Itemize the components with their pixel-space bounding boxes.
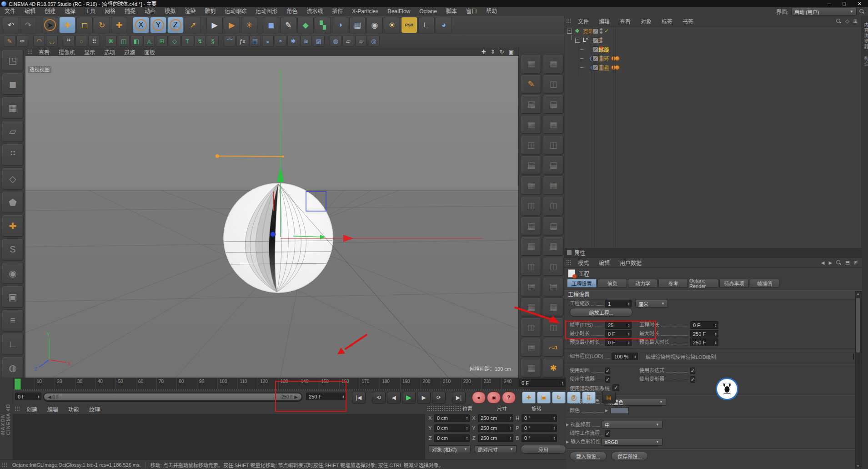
- quantize-icon[interactable]: ≡: [2, 309, 24, 332]
- cube-b-icon[interactable]: ▦: [521, 298, 542, 317]
- polygons-mode-icon[interactable]: ⬟: [2, 191, 24, 213]
- use-motion-system-checkbox[interactable]: ✓: [612, 384, 619, 391]
- layer-toggle-icon[interactable]: [592, 28, 598, 34]
- lock-x-axis-icon[interactable]: X: [133, 17, 149, 33]
- viewport-menu-选项[interactable]: 选项: [100, 48, 120, 56]
- display-mode-ball-icon[interactable]: ◕: [436, 17, 452, 33]
- unit-dropdown[interactable]: 厘米▼: [635, 300, 668, 308]
- view-label[interactable]: 透视视图: [27, 66, 52, 74]
- scatter-dots-icon[interactable]: ⠛: [63, 35, 75, 47]
- key-rotation-button[interactable]: ↻: [552, 392, 566, 403]
- plane-h-icon[interactable]: ▤: [543, 277, 564, 297]
- cube-a-icon[interactable]: ▦: [521, 176, 542, 195]
- project-length-field[interactable]: 0 F▲▼: [690, 321, 718, 329]
- visibility-dots-icon[interactable]: [600, 37, 602, 43]
- goto-start-button[interactable]: |◀: [352, 392, 366, 403]
- apply-button[interactable]: 应用: [521, 445, 566, 454]
- linear-workflow-checkbox[interactable]: ✓: [605, 430, 610, 437]
- load-preset-button[interactable]: 载入预设...: [570, 452, 607, 460]
- array-generator-icon[interactable]: ▚: [315, 17, 331, 33]
- fps-field[interactable]: 25▲▼: [605, 321, 632, 329]
- extra-tool-icon[interactable]: ◍: [2, 357, 24, 379]
- position-x-field[interactable]: 0 cm▲▼: [434, 414, 470, 422]
- plane-b-icon[interactable]: ◫: [543, 135, 564, 155]
- goto-end-button[interactable]: ▶|: [452, 392, 466, 403]
- object-row-disc[interactable]: ◍圆盘✓: [564, 63, 862, 72]
- correction-icon[interactable]: ▤: [249, 35, 261, 47]
- tab-帧插值[interactable]: 帧插值: [750, 279, 779, 287]
- record-keyframe-button[interactable]: ●: [472, 392, 486, 403]
- attr-menu-用户数据[interactable]: 用户数据: [615, 259, 647, 267]
- preview-max-field[interactable]: 250 F▲▼: [690, 338, 718, 346]
- materials-menu-功能[interactable]: 功能: [63, 405, 84, 413]
- fracture-icon[interactable]: ◬: [143, 35, 155, 47]
- timeline-ruler[interactable]: 0102030405060708090100110120130140150160…: [13, 378, 566, 391]
- goto-prev-key-button[interactable]: ⟲: [372, 392, 386, 403]
- history-forward-icon[interactable]: ▶: [828, 260, 832, 265]
- melt-icon[interactable]: ◓: [275, 35, 286, 47]
- deformer-icon[interactable]: ◑: [332, 17, 348, 33]
- viewport-menu-过滤[interactable]: 过滤: [120, 48, 140, 56]
- drag-handle-icon[interactable]: [427, 406, 462, 411]
- enabled-check-icon[interactable]: ✓: [604, 55, 609, 61]
- visibility-dots-icon[interactable]: [600, 65, 602, 70]
- viewport-menu-面板[interactable]: 面板: [140, 48, 160, 56]
- sculpt-cube-icon[interactable]: ▦: [521, 54, 542, 74]
- axis-lock-icon[interactable]: ∟: [2, 333, 24, 355]
- floor-object-icon[interactable]: ▦: [349, 17, 366, 33]
- menu-插件[interactable]: 插件: [327, 7, 347, 16]
- rotation-h-field[interactable]: 0 °▲▼: [522, 414, 557, 422]
- end-time-field[interactable]: 250 F▲▼: [306, 393, 346, 400]
- autokey-button[interactable]: ◉: [487, 392, 501, 403]
- workplane-mode-icon[interactable]: ▱: [2, 120, 24, 142]
- lock-z-axis-icon[interactable]: Z: [167, 17, 184, 33]
- rotation-b-field[interactable]: 0 °▲▼: [522, 434, 557, 442]
- enable-axis-icon[interactable]: ✚: [2, 215, 24, 237]
- convert-editable-icon[interactable]: ◳: [2, 49, 24, 71]
- tab-Octane Render[interactable]: Octane Render: [689, 279, 718, 287]
- prev-frame-button[interactable]: ◀: [387, 392, 401, 403]
- matrix-a-icon[interactable]: ◫: [543, 257, 564, 277]
- last-used-tool-icon[interactable]: ✚: [111, 17, 127, 33]
- texture-mode-icon[interactable]: ▦: [2, 96, 24, 119]
- spline-pen-icon[interactable]: ✎: [280, 17, 296, 33]
- menu-选择[interactable]: 选择: [60, 7, 80, 16]
- om-filter-icon[interactable]: ◇: [845, 18, 849, 24]
- drag-handle-icon[interactable]: [566, 260, 572, 265]
- scale-project-button[interactable]: 缩放工程...: [570, 308, 632, 317]
- bridge-a-icon[interactable]: ▦: [521, 237, 542, 256]
- lock-icon[interactable]: ⬒: [845, 260, 849, 265]
- max-length-field[interactable]: 250 F▲▼: [690, 330, 718, 338]
- bend-deformer-icon[interactable]: ⌒: [224, 35, 236, 47]
- tab-content-browser[interactable]: 内容浏览器: [863, 22, 868, 50]
- preview-range-slider[interactable]: ◀ 0 F 250 F ▶: [43, 393, 302, 402]
- light-object-icon[interactable]: ☀: [384, 17, 400, 33]
- scrollbar-thumb[interactable]: [856, 298, 860, 353]
- key-parameter-button[interactable]: Ⓟ: [567, 392, 581, 403]
- squash-icon[interactable]: ◒: [262, 35, 274, 47]
- om-menu-编辑[interactable]: 编辑: [594, 17, 615, 25]
- menu-运动跟踪[interactable]: 运动跟踪: [220, 7, 251, 16]
- attributes-scrollbar[interactable]: ▲ ▼: [855, 291, 862, 469]
- om-menu-查看[interactable]: 查看: [615, 17, 636, 25]
- line-tool-icon[interactable]: ▦: [521, 115, 542, 135]
- project-scale-field[interactable]: 1▲▼: [605, 300, 632, 308]
- menu-文件[interactable]: 文件: [0, 7, 20, 16]
- tracer-icon[interactable]: ↯: [194, 35, 206, 47]
- measure-ruler-icon[interactable]: ∟: [418, 17, 435, 33]
- zoom-view-icon[interactable]: ⇕: [491, 49, 495, 55]
- boole-icon[interactable]: ◧: [130, 35, 142, 47]
- object-row-cloner[interactable]: −❖克隆✓: [564, 26, 862, 35]
- triangle-tool-icon[interactable]: ◫: [521, 135, 542, 155]
- fx-expresso-icon[interactable]: ƒx: [236, 35, 248, 47]
- sky-object-icon[interactable]: ◍: [330, 35, 341, 47]
- viewport-menu-查看[interactable]: 查看: [34, 48, 54, 56]
- symmetry-icon[interactable]: ◫: [118, 35, 130, 47]
- tab-动力学[interactable]: 动力学: [628, 279, 657, 287]
- sculpt-pen-icon[interactable]: ✎: [521, 75, 542, 94]
- range-handle[interactable]: ◀ 0 F 250 F ▶: [44, 393, 301, 400]
- modeling-kit-icon[interactable]: ✎: [4, 35, 15, 47]
- cube-f-icon[interactable]: ▦: [543, 115, 564, 135]
- menu-运动图形[interactable]: 运动图形: [251, 7, 282, 16]
- pan-view-icon[interactable]: ✚: [481, 49, 486, 55]
